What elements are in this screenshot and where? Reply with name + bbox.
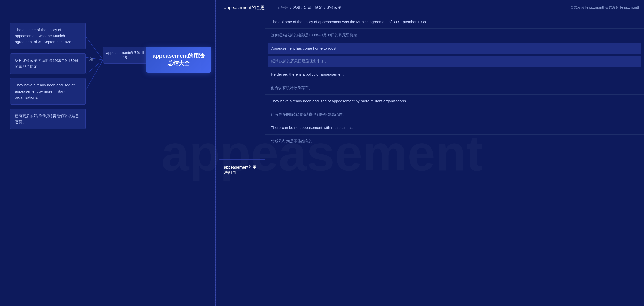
- example-2-zh: 绥靖政策的恶果已经显现出来了。: [268, 56, 641, 67]
- right-labels-col: appeasement的用法例句: [219, 15, 265, 304]
- example-1-zh: 这种绥靖政策的缩影是1938年9月30日的幕尼黑协定.: [265, 29, 644, 42]
- left-card-3: They have already been accused of appeas…: [10, 78, 86, 105]
- middle-node: appeasement的具体用法: [103, 47, 147, 64]
- example-3-zh: 他否认有绥靖政策存在。: [265, 81, 644, 95]
- svg-line-2: [86, 60, 103, 74]
- examples-label-bottom: appeasement的用法例句: [219, 160, 265, 178]
- right-items-col: The epitome of the policy of appeasement…: [265, 15, 644, 304]
- center-label: 如：: [89, 57, 97, 61]
- example-5-en: There can be no appeasement with ruthles…: [265, 121, 644, 135]
- left-cards-container: The epitome of the policy of appeasement…: [10, 23, 86, 129]
- divider-line: [215, 0, 216, 306]
- example-5-zh: 对残暴行为是不能姑息的.: [265, 135, 644, 148]
- left-card-4: 已有更多的好战组织谴责他们采取姑息态度。: [10, 109, 86, 129]
- examples-label-top: [219, 15, 265, 160]
- left-card-1: The epitome of the policy of appeasement…: [10, 23, 86, 49]
- example-4-en: They have already been accused of appeas…: [265, 95, 644, 108]
- svg-line-3: [86, 60, 103, 90]
- meaning-text: n. 平息；缓和；姑息；满足；绥靖政策: [277, 5, 563, 10]
- example-2-en: Appeasement has come home to roost.: [268, 43, 641, 54]
- left-card-2: 这种绥靖政策的缩影是1938年9月30日的幕尼黑协定.: [10, 53, 86, 74]
- right-header: appeasement的意思 n. 平息；缓和；姑息；满足；绥靖政策 英式发音 …: [219, 0, 644, 15]
- example-1-en: The epitome of the policy of appeasement…: [265, 15, 644, 29]
- right-content: appeasement的用法例句 The epitome of the poli…: [219, 15, 644, 304]
- meaning-section-label: appeasement的意思: [224, 5, 269, 11]
- example-3-en: He denied there is a policy of appeaseme…: [265, 68, 644, 81]
- phonetics-text: 英式发音 [ə'piːzmɑnt] 美式发音 [ə'piːzmɑnt]: [570, 5, 639, 10]
- right-panel: appeasement的意思 n. 平息；缓和；姑息；满足；绥靖政策 英式发音 …: [219, 0, 644, 306]
- example-4-zh: 已有更多的好战组织谴责他们采取姑息态度。: [265, 108, 644, 121]
- main-node: appeasement的用法总结大全: [146, 47, 211, 73]
